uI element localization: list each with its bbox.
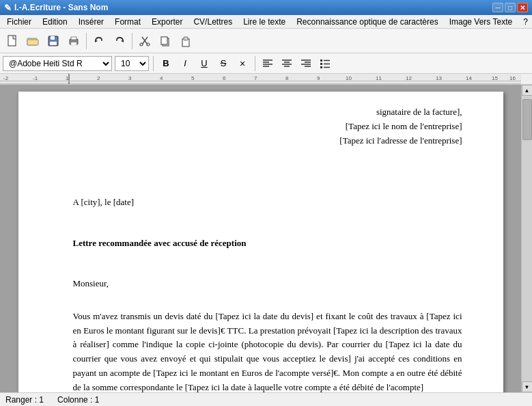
document-scroll[interactable]: signataire de la facture], [Tapez ici le…: [0, 85, 521, 392]
header-line-1: signataire de la facture],: [73, 105, 462, 120]
menu-ocr[interactable]: Reconnaissance optique de caractères: [291, 16, 443, 28]
strikethrough-button[interactable]: S: [215, 56, 232, 71]
menu-cv-lettres[interactable]: CV/Lettres: [188, 16, 238, 28]
ruler-label: -2: [3, 75, 8, 81]
save-button[interactable]: [44, 32, 63, 50]
svg-rect-31: [320, 59, 322, 62]
ruler-label: 4: [160, 75, 163, 81]
cut-button[interactable]: [135, 32, 154, 50]
scroll-track[interactable]: [522, 96, 533, 381]
app-icon: ✎: [4, 3, 12, 13]
svg-rect-4: [51, 36, 55, 40]
svg-rect-18: [184, 37, 188, 40]
new-button[interactable]: [3, 32, 22, 50]
scroll-up-button[interactable]: ▲: [522, 85, 533, 96]
format-separator-1: [153, 56, 154, 71]
spacer2: [73, 223, 462, 236]
svg-rect-5: [50, 42, 57, 45]
svg-rect-16: [161, 37, 167, 44]
format-separator-2: [255, 56, 255, 71]
scroll-thumb[interactable]: [522, 99, 532, 140]
ruler-label: 7: [254, 75, 257, 81]
main-area: signataire de la facture], [Tapez ici le…: [0, 85, 532, 392]
menu-bar: Fichier Edition Insérer Format Exporter …: [0, 15, 532, 29]
close-format-button[interactable]: ×: [234, 56, 251, 71]
document-header: signataire de la facture], [Tapez ici le…: [73, 105, 462, 148]
document-date: A [city], le [date]: [73, 195, 462, 209]
menu-fichier[interactable]: Fichier: [1, 16, 37, 28]
svg-rect-2: [27, 40, 38, 45]
toolbar: [0, 29, 532, 53]
document-salutation: Monsieur,: [73, 277, 462, 290]
menu-image[interactable]: Image Vers Texte: [444, 16, 518, 28]
underline-button[interactable]: U: [196, 56, 212, 71]
menu-help[interactable]: ?: [518, 16, 532, 28]
format-toolbar: @Adobe Heiti Std R 10 B I U S ×: [0, 53, 532, 74]
ruler-label: 15: [492, 75, 498, 81]
ruler-label: 13: [436, 75, 442, 81]
ruler-label: 3: [128, 75, 131, 81]
header-line-3: [Tapez ici l'adresse de l'entreprise]: [73, 134, 462, 148]
spacer: [73, 168, 462, 195]
menu-edition[interactable]: Edition: [37, 16, 73, 28]
ruler: -2 -1 1 2 3 4 5 6 7 8 9 10 11 12 13 14 1…: [0, 74, 532, 85]
toolbar-separator-2: [132, 33, 132, 49]
menu-lire[interactable]: Lire le texte: [238, 16, 291, 28]
ruler-label: 14: [466, 75, 472, 81]
ruler-label: 2: [97, 75, 100, 81]
menu-inserer[interactable]: Insérer: [73, 16, 109, 28]
font-selector[interactable]: @Adobe Heiti Std R: [3, 56, 112, 71]
redo-button[interactable]: [110, 32, 129, 50]
maximize-button[interactable]: □: [505, 3, 516, 12]
ruler-label: 9: [317, 75, 320, 81]
document-body: Vous m'avez transmis un devis daté du [T…: [73, 310, 462, 392]
document-page: signataire de la facture], [Tapez ici le…: [18, 92, 503, 392]
window-title: I.-A.Ecriture - Sans Nom: [14, 3, 108, 12]
scroll-down-button[interactable]: ▼: [522, 381, 533, 392]
menu-format[interactable]: Format: [109, 16, 146, 28]
ruler-label: 8: [285, 75, 288, 81]
ruler-label: -1: [33, 75, 38, 81]
ruler-label: 5: [191, 75, 194, 81]
svg-rect-7: [71, 37, 76, 40]
ruler-label: 11: [376, 75, 382, 81]
menu-exporter[interactable]: Exporter: [146, 16, 188, 28]
ruler-label: 6: [223, 75, 225, 81]
ruler-label: 10: [346, 75, 352, 81]
close-button[interactable]: ✕: [517, 3, 528, 12]
spacer3: [73, 263, 462, 277]
status-col: Colonne : 1: [57, 395, 99, 405]
svg-rect-33: [320, 63, 322, 65]
status-bar: Ranger : 1 Colonne : 1: [0, 392, 532, 406]
bold-button[interactable]: B: [158, 56, 174, 71]
status-row: Ranger : 1: [5, 395, 44, 405]
size-selector[interactable]: 10: [115, 56, 149, 71]
ruler-label: 12: [406, 75, 412, 81]
open-button[interactable]: [23, 32, 42, 50]
svg-rect-0: [8, 36, 16, 46]
list-button[interactable]: [317, 56, 333, 71]
svg-rect-8: [71, 42, 76, 45]
paste-button[interactable]: [176, 32, 195, 50]
align-right-button[interactable]: [298, 56, 314, 71]
toolbar-separator-1: [86, 33, 87, 49]
copy-button[interactable]: [156, 32, 175, 50]
header-line-2: [Tapez ici le nom de l'entreprise]: [73, 120, 462, 134]
italic-button[interactable]: I: [177, 56, 193, 71]
document-subject: Lettre recommandée avec accusé de récept…: [73, 236, 462, 250]
title-bar: ✎ I.-A.Ecriture - Sans Nom ─ □ ✕: [0, 0, 532, 15]
title-bar-left: ✎ I.-A.Ecriture - Sans Nom: [4, 3, 108, 13]
title-bar-controls: ─ □ ✕: [492, 3, 528, 12]
scrollbar: ▲ ▼: [521, 85, 532, 392]
ruler-label: 16: [509, 75, 516, 81]
print-button[interactable]: [64, 32, 83, 50]
align-left-button[interactable]: [260, 56, 276, 71]
undo-button[interactable]: [89, 32, 109, 50]
align-center-button[interactable]: [279, 56, 295, 71]
ruler-label: 1: [66, 75, 68, 81]
svg-rect-35: [320, 66, 322, 68]
spacer4: [73, 299, 462, 310]
minimize-button[interactable]: ─: [492, 3, 503, 12]
